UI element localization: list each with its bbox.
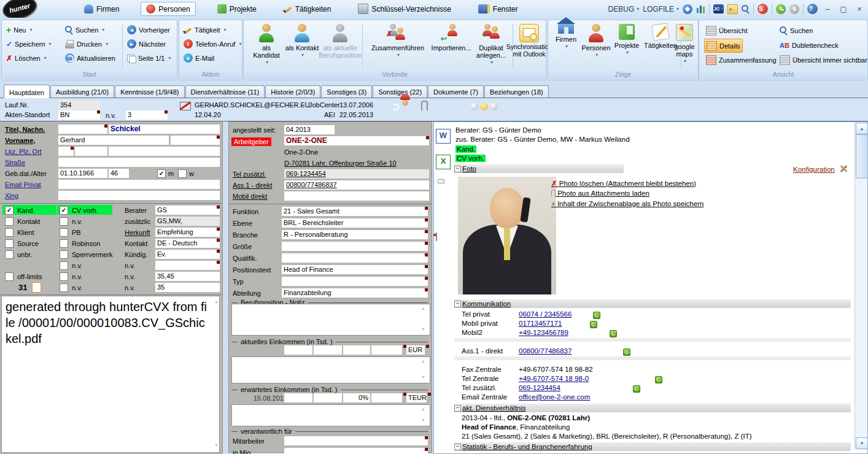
foto-section-header[interactable]: −Foto [454, 164, 624, 173]
vorheriger-button[interactable]: ◂Vorheriger [125, 23, 172, 36]
dienstverhaeltnis-section-header[interactable]: −akt. Dienstverhältnis [454, 404, 851, 412]
titel-field[interactable] [58, 125, 107, 134]
herkunft-label[interactable]: Herkunft [125, 229, 150, 236]
erw-prozent-field[interactable]: 0% [343, 393, 370, 402]
excel-export-icon[interactable]: X [436, 155, 451, 169]
lkz-field[interactable] [58, 147, 74, 156]
collapse-icon[interactable]: − [454, 166, 461, 172]
einkommen-feld-4[interactable] [371, 345, 402, 355]
status-orb-3[interactable] [490, 102, 498, 110]
menu-item-fenster[interactable]: Fenster [473, 2, 524, 16]
telefon-anruf-button[interactable]: tTelefon-Anruf [182, 37, 243, 50]
dial-icon[interactable] [590, 321, 597, 328]
menu-item-projekte[interactable]: Projekte [212, 2, 262, 16]
angestellt-seit-field[interactable]: 04.2013 [284, 125, 335, 134]
tab-dienstverhaeltnisse[interactable]: Dienstverhältnisse (11) [185, 85, 265, 98]
konfiguration-link[interactable]: Konfiguration [793, 166, 835, 173]
laufnr-field[interactable]: 354 [58, 101, 100, 110]
scroll-down-icon[interactable]: ▼ [421, 327, 425, 331]
zusammenfuehren-button[interactable]: ✗Zusammenführen [365, 23, 430, 69]
mitarbeiter-field[interactable] [284, 436, 428, 445]
email-blocked-icon[interactable] [180, 102, 191, 110]
calendar-icon[interactable]: 31 [18, 283, 27, 292]
scroll-down-button[interactable]: ▼ [856, 437, 868, 449]
ass1-value[interactable]: 00800/77486837 [519, 347, 572, 355]
collapse-icon[interactable]: − [454, 444, 461, 450]
print-icon[interactable] [436, 182, 449, 195]
scroll-down-icon[interactable]: ▼ [421, 375, 425, 379]
speichern-button[interactable]: ✓Speichern [4, 37, 53, 50]
tab-historie[interactable]: Historie (2/0/3) [265, 85, 320, 98]
aktualisieren-button[interactable]: Aktualisieren [63, 52, 117, 64]
scroll-down-icon[interactable]: ▼ [214, 443, 219, 447]
status-orb-1[interactable] [470, 102, 478, 110]
naechster-button[interactable]: ▸Nächster [125, 37, 168, 50]
firma-adresse-link[interactable]: D-70281 Lahr, Offenburger Straße 10 [284, 160, 397, 167]
outlook-sync-button[interactable]: Synchronisation mit Outlook [514, 23, 544, 69]
strasse-field[interactable] [58, 158, 220, 167]
menu-item-taetigkeiten[interactable]: Tätigkeiten [278, 2, 337, 16]
menu-item-schluessel-verzeichnisse[interactable]: Schlüssel-Verzeichnisse [352, 2, 456, 16]
seite-button[interactable]: Seite 1/1 [125, 52, 172, 64]
off-limits-checkbox[interactable] [5, 272, 14, 281]
positionstext-field[interactable]: Head of Finance [282, 265, 428, 274]
arbeitgeber-field[interactable]: ONE-2-ONE [284, 136, 429, 145]
statistik-section-header[interactable]: −Statistik - Berufs- und Branchenerfahru… [454, 442, 851, 451]
source-checkbox[interactable] [5, 239, 14, 248]
kommunikation-section-header[interactable]: −Kommunikation [454, 299, 851, 308]
kuendig-field[interactable]: Ev. [155, 250, 220, 259]
duplikat-anlegen-button[interactable]: +Duplikat anlegen... [471, 23, 511, 69]
nv3-checkbox[interactable] [60, 261, 68, 270]
tab-sonstiges-3[interactable]: Sonstiges (3) [321, 85, 372, 98]
geschlecht-w-checkbox[interactable] [178, 169, 187, 178]
notes-icon[interactable] [727, 4, 738, 14]
menu-item-personen[interactable]: Personen [141, 2, 195, 16]
search-icon[interactable] [742, 5, 750, 13]
mobil2-value[interactable]: +49-123456789 [519, 329, 568, 336]
neu-button[interactable]: +Neu [4, 23, 34, 36]
pb-checkbox[interactable] [60, 228, 68, 237]
berater-field[interactable]: GS [155, 206, 220, 215]
help-icon[interactable]: ? [807, 4, 818, 14]
nv7-field[interactable]: 35,45 [155, 272, 220, 281]
ansicht-suchen-button[interactable]: Suchen [778, 24, 815, 37]
xing-field[interactable] [58, 191, 220, 200]
nv8-field[interactable]: 35 [155, 283, 220, 292]
dial-icon[interactable] [610, 330, 617, 337]
timer-green-icon[interactable] [776, 4, 786, 14]
einkommen-feld-1[interactable] [284, 345, 312, 355]
zeige-firmen-button[interactable]: Firmen [552, 23, 580, 69]
klient-checkbox[interactable] [5, 228, 14, 237]
details-button[interactable]: Details [704, 39, 743, 53]
ort-field[interactable] [109, 147, 220, 156]
chart-icon[interactable] [696, 5, 705, 13]
scroll-thumb[interactable] [856, 134, 868, 179]
nv6-field[interactable] [155, 261, 220, 270]
scroll-up-icon[interactable]: ▲ [421, 306, 425, 310]
collapse-icon[interactable]: − [454, 405, 461, 412]
mobil-privat-value[interactable]: 01713457171 [519, 320, 562, 327]
menu-item-firmen[interactable]: Firmen [79, 2, 125, 16]
email-zentrale-value[interactable]: office@one-2-one.com [519, 393, 590, 401]
logfile-menu[interactable]: LOGFILE [643, 5, 679, 13]
als-kontakt-button[interactable]: als Kontakt [284, 23, 320, 69]
robinson-checkbox[interactable] [60, 239, 68, 248]
qualifik-field[interactable] [282, 253, 428, 263]
dial-icon[interactable] [655, 376, 662, 383]
email-privat-field[interactable] [58, 180, 220, 189]
plz-field[interactable] [75, 147, 107, 156]
zusaetzlich-field[interactable]: GS,MW, [155, 217, 220, 226]
tel-zusaetzl-value[interactable]: 069-1234454 [519, 384, 560, 391]
document-icon[interactable] [32, 282, 41, 293]
einkommen-feld-2[interactable] [314, 345, 342, 355]
scroll-up-icon[interactable]: ▲ [421, 359, 425, 363]
restore-button[interactable]: ▢ [837, 4, 850, 15]
nv-field[interactable]: 3 [126, 110, 168, 120]
in-mio-field[interactable] [284, 448, 428, 454]
skype-icon[interactable]: S [758, 4, 768, 14]
email-send-icon[interactable] [436, 233, 449, 247]
unbr-checkbox[interactable] [5, 250, 14, 259]
dial-icon[interactable] [623, 348, 630, 356]
erw-feld-2[interactable] [314, 393, 342, 402]
tab-dokumente[interactable]: Dokumente (7) [428, 85, 484, 98]
